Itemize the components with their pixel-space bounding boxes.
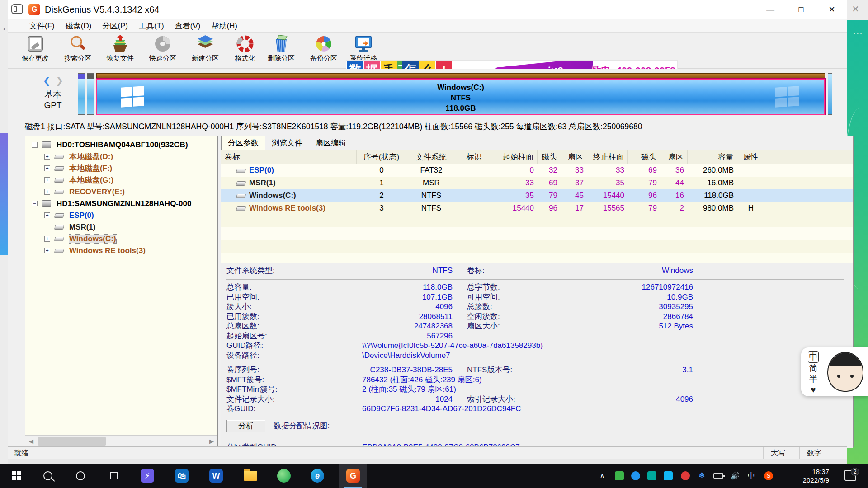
minimize-button[interactable]: — — [756, 0, 785, 19]
partition-table-row[interactable]: Windows(C:) 2 NTFS 35 79 45 15440 96 16 … — [221, 189, 853, 202]
partition-table-row[interactable]: ESP(0) 0 FAT32 0 32 33 33 69 36 260.0MB — [221, 164, 853, 177]
task-view-button[interactable] — [102, 464, 126, 488]
col-header[interactable]: 标识 — [456, 150, 492, 164]
maximize-button[interactable]: □ — [787, 0, 816, 19]
tree-item[interactable]: + 本地磁盘(D:) — [25, 150, 217, 162]
ime-mode-halfwidth[interactable]: 半 — [807, 374, 819, 385]
tree-item[interactable]: − HD0:TOSHIBAMQ04ABF100(932GB) — [25, 139, 217, 150]
partition-table-row[interactable]: MSR(1) 1 MSR 33 69 37 35 79 44 16.0MB — [221, 177, 853, 189]
scrollbar-thumb[interactable] — [38, 437, 106, 446]
pinned-app-purple[interactable]: ⚡ — [136, 464, 159, 488]
menu-item[interactable]: 工具(T) — [133, 19, 170, 33]
edge-button[interactable]: e — [306, 464, 329, 488]
tree-horizontal-scrollbar[interactable]: ◀ ▶ — [25, 435, 217, 447]
tree-item[interactable]: + RECOVERY(E:) — [25, 186, 217, 197]
blue-tray-icon[interactable] — [631, 471, 640, 480]
delete-partition-button[interactable]: 删除分区 — [262, 34, 301, 67]
expand-toggle-icon[interactable]: + — [44, 236, 50, 242]
ime-mode-chinese[interactable]: 中 — [808, 351, 819, 363]
expand-toggle-icon[interactable]: + — [44, 212, 50, 218]
tray-chevron-icon[interactable]: ∧ — [598, 471, 607, 480]
format-button[interactable]: 格式化 — [226, 34, 264, 67]
pinned-app-green-browser[interactable] — [272, 464, 296, 488]
teal-tray-icon[interactable] — [647, 471, 656, 480]
tree-item[interactable]: + 本地磁盘(F:) — [25, 162, 217, 174]
menu-item[interactable]: 文件(F) — [24, 19, 60, 33]
action-center-button[interactable]: 2 — [844, 470, 856, 481]
msr-partition-bar[interactable] — [87, 73, 94, 115]
col-header[interactable]: 序号(状态) — [357, 150, 406, 164]
partition-table-row[interactable]: Windows RE tools(3) 3 NTFS 15440 96 17 1… — [221, 202, 853, 215]
new-partition-button[interactable]: 新建分区 — [186, 34, 225, 67]
esp-partition-bar[interactable] — [78, 73, 85, 115]
col-header[interactable]: 属性 — [737, 150, 764, 164]
close-button[interactable]: ✕ — [817, 0, 846, 19]
col-header[interactable]: 扇区 — [561, 150, 587, 164]
col-header[interactable]: 磁头 — [628, 150, 660, 164]
snowflake-tray-icon[interactable]: ❄ — [697, 471, 706, 480]
save-icon — [26, 34, 45, 53]
expand-toggle-icon[interactable]: − — [32, 142, 38, 148]
expand-toggle-icon[interactable] — [44, 224, 50, 230]
tree-item[interactable]: + Windows(C:) — [25, 233, 217, 244]
background-close-icon[interactable]: ✕ — [852, 4, 859, 14]
col-header[interactable]: 起始柱面 — [492, 150, 538, 164]
analyze-button[interactable]: 分析 — [226, 420, 265, 432]
disk-nav-arrows[interactable]: ❮ ❯ — [43, 75, 63, 86]
expand-toggle-icon[interactable]: + — [44, 165, 50, 171]
tree-item[interactable]: + ESP(0) — [25, 209, 217, 221]
re-tools-partition-bar[interactable] — [828, 73, 832, 115]
ime-mode-simplified[interactable]: 简 — [807, 363, 819, 374]
col-header[interactable]: 扇区 — [660, 150, 688, 164]
ime-sticker-card[interactable]: 中 简 半 ♥ — [801, 347, 868, 396]
menu-item[interactable]: 查看(V) — [170, 19, 206, 33]
col-header[interactable]: 卷标 — [221, 150, 357, 164]
search-partition-button[interactable]: 搜索分区 — [58, 34, 97, 67]
tree-item[interactable]: + 本地磁盘(G:) — [25, 174, 217, 186]
diskgenius-taskbar-button[interactable]: G — [339, 464, 367, 488]
expand-toggle-icon[interactable]: + — [44, 248, 50, 253]
tree-item[interactable]: MSR(1) — [25, 221, 217, 233]
scroll-right-icon[interactable]: ▶ — [206, 436, 217, 447]
expand-toggle-icon[interactable]: + — [44, 177, 50, 183]
taskbar-clock[interactable]: 18:37 2022/5/9 — [803, 467, 829, 484]
cortana-button[interactable] — [69, 464, 92, 488]
next-disk-icon[interactable]: ❯ — [56, 75, 63, 85]
save-changes-button[interactable]: 保存更改 — [16, 34, 55, 67]
recover-files-button[interactable]: 恢复文件 — [101, 34, 140, 67]
start-button[interactable] — [4, 464, 29, 488]
col-header[interactable]: 终止柱面 — [587, 150, 628, 164]
expand-toggle-icon[interactable]: + — [44, 154, 50, 160]
sogou-tray-icon[interactable]: S — [764, 471, 773, 480]
tab[interactable]: 分区参数 — [221, 136, 265, 150]
qq-tray-icon[interactable] — [664, 471, 673, 480]
pinned-app-word[interactable]: W — [204, 464, 228, 488]
quick-partition-button[interactable]: 快速分区 — [143, 34, 182, 67]
browser-back-icon[interactable]: ← — [1, 22, 11, 33]
expand-toggle-icon[interactable]: + — [44, 189, 50, 195]
tree-item[interactable]: + Windows RE tools(3) — [25, 244, 217, 256]
menu-item[interactable]: 分区(P) — [97, 19, 133, 33]
pinned-app-store[interactable]: 🛍 — [170, 464, 193, 488]
scroll-left-icon[interactable]: ◀ — [25, 436, 37, 447]
file-explorer-button[interactable] — [239, 464, 262, 488]
windows-c-partition-bar[interactable]: Windows(C:) NTFS 118.0GB — [96, 73, 825, 115]
tab[interactable]: 浏览文件 — [265, 136, 309, 150]
taskbar-search-button[interactable] — [36, 464, 60, 488]
tab[interactable]: 扇区编辑 — [309, 136, 353, 150]
wechat-tray-icon[interactable] — [615, 471, 624, 480]
red-tray-icon[interactable] — [681, 471, 690, 480]
volume-icon[interactable]: 🔊 — [731, 471, 740, 480]
col-header[interactable]: 容量 — [688, 150, 737, 164]
expand-toggle-icon[interactable]: − — [32, 201, 38, 206]
col-header[interactable]: 磁头 — [538, 150, 561, 164]
col-header[interactable]: 文件系统 — [406, 150, 456, 164]
backup-partition-button[interactable]: 备份分区 — [304, 34, 343, 67]
ime-indicator[interactable]: 中 — [747, 471, 756, 480]
menu-item[interactable]: 磁盘(D) — [60, 19, 97, 33]
menu-item[interactable]: 帮助(H) — [206, 19, 243, 33]
battery-icon[interactable] — [713, 473, 723, 479]
background-more-icon[interactable]: ⋯ — [853, 27, 863, 39]
tree-item[interactable]: − HD1:SAMSUNGMZNLN128HAHQ-000 — [25, 197, 217, 209]
prev-disk-icon[interactable]: ❮ — [43, 75, 51, 85]
